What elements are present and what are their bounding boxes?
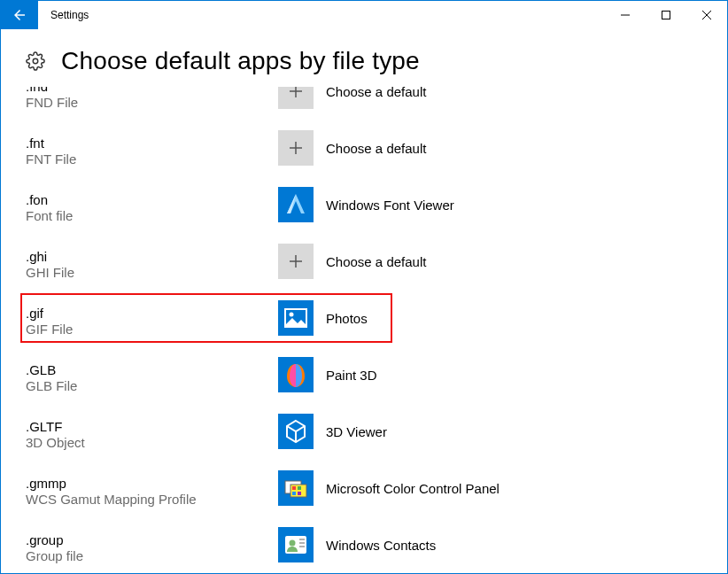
file-type-list[interactable]: .fndFND FileChoose a default.fntFNT File… bbox=[1, 87, 727, 573]
file-extension: .fnd bbox=[26, 87, 278, 94]
file-extension: .gmmp bbox=[26, 476, 278, 491]
photos-icon bbox=[278, 300, 314, 336]
contacts-icon bbox=[278, 527, 314, 562]
file-description: GLB File bbox=[26, 378, 278, 393]
app-icon bbox=[278, 187, 314, 222]
plus-icon bbox=[287, 252, 305, 270]
font-viewer-icon bbox=[278, 187, 314, 222]
app-name: Microsoft Color Control Panel bbox=[326, 481, 500, 496]
default-app-button[interactable]: Windows Contacts bbox=[278, 527, 436, 562]
file-type-row: .groupGroup fileWindows Contacts bbox=[1, 518, 727, 573]
file-description: FNT File bbox=[26, 151, 278, 167]
minimize-button[interactable] bbox=[605, 1, 646, 29]
default-app-button[interactable]: Choose a default bbox=[278, 87, 426, 109]
file-type-info: .gifGIF File bbox=[26, 300, 278, 337]
page-title: Choose default apps by file type bbox=[61, 47, 420, 75]
file-type-info: .gmmpWCS Gamut Mapping Profile bbox=[26, 470, 278, 507]
file-type-info: .GLTF3D Object bbox=[26, 414, 278, 450]
file-description: GHI File bbox=[26, 265, 278, 280]
svg-rect-23 bbox=[298, 492, 301, 495]
app-icon bbox=[278, 300, 314, 336]
default-app-button[interactable]: Photos bbox=[278, 300, 368, 336]
plus-icon bbox=[287, 139, 305, 157]
file-description: GIF File bbox=[26, 322, 278, 337]
app-name: Windows Contacts bbox=[326, 538, 436, 553]
app-icon bbox=[278, 470, 314, 506]
file-type-info: .GLBGLB File bbox=[26, 357, 278, 393]
file-description: WCS Gamut Mapping Profile bbox=[26, 492, 278, 507]
file-type-row: .fntFNT FileChoose a default bbox=[1, 121, 727, 178]
app-icon bbox=[278, 244, 314, 279]
file-type-row: .fonFont fileWindows Font Viewer bbox=[1, 178, 727, 235]
default-app-button[interactable]: Choose a default bbox=[278, 244, 426, 279]
close-icon bbox=[702, 11, 711, 19]
app-name: Choose a default bbox=[326, 141, 426, 156]
window-title: Settings bbox=[38, 1, 605, 29]
close-button[interactable] bbox=[686, 1, 727, 29]
title-bar: Settings bbox=[1, 1, 727, 29]
app-name: Paint 3D bbox=[326, 368, 377, 383]
file-type-info: .fndFND File bbox=[26, 87, 278, 110]
file-description: 3D Object bbox=[26, 435, 278, 450]
gear-icon bbox=[26, 51, 45, 71]
app-icon bbox=[278, 357, 314, 392]
app-icon bbox=[278, 87, 314, 109]
window-controls bbox=[605, 1, 727, 29]
file-type-row: .gifGIF FilePhotos bbox=[1, 291, 727, 348]
default-app-button[interactable]: 3D Viewer bbox=[278, 414, 387, 449]
app-name: Choose a default bbox=[326, 87, 426, 99]
file-extension: .GLTF bbox=[26, 419, 278, 434]
svg-point-4 bbox=[33, 58, 38, 64]
file-type-info: .fntFNT File bbox=[26, 130, 278, 167]
paint-3d-icon bbox=[278, 357, 314, 392]
svg-point-26 bbox=[290, 540, 296, 547]
file-type-row: .gmmpWCS Gamut Mapping ProfileMicrosoft … bbox=[1, 462, 727, 518]
back-button[interactable] bbox=[1, 1, 38, 29]
svg-rect-21 bbox=[298, 486, 301, 490]
app-icon bbox=[278, 414, 314, 449]
app-name: Windows Font Viewer bbox=[326, 198, 454, 213]
svg-rect-20 bbox=[292, 486, 296, 490]
3d-viewer-icon bbox=[278, 414, 314, 449]
file-description: FND File bbox=[26, 95, 278, 110]
app-name: Photos bbox=[326, 311, 368, 326]
file-type-row: .GLBGLB FilePaint 3D bbox=[1, 348, 727, 405]
maximize-icon bbox=[662, 11, 670, 19]
svg-rect-12 bbox=[278, 300, 314, 336]
default-app-button[interactable]: Microsoft Color Control Panel bbox=[278, 470, 500, 506]
app-icon bbox=[278, 527, 314, 562]
app-name: 3D Viewer bbox=[326, 424, 387, 439]
file-type-info: .groupGroup file bbox=[26, 527, 278, 563]
file-extension: .group bbox=[26, 532, 278, 547]
plus-icon bbox=[287, 87, 305, 100]
file-description: Font file bbox=[26, 208, 278, 223]
file-type-row: .fndFND FileChoose a default bbox=[1, 87, 727, 121]
file-extension: .GLB bbox=[26, 362, 278, 377]
file-description: Group file bbox=[26, 548, 278, 563]
file-extension: .fnt bbox=[26, 136, 278, 151]
svg-point-14 bbox=[290, 313, 294, 317]
file-type-info: .fonFont file bbox=[26, 187, 278, 223]
default-app-button[interactable]: Choose a default bbox=[278, 130, 426, 166]
file-extension: .gif bbox=[26, 306, 278, 321]
maximize-button[interactable] bbox=[646, 1, 686, 29]
file-extension: .fon bbox=[26, 192, 278, 207]
file-type-row: .GLTF3D Object3D Viewer bbox=[1, 405, 727, 462]
app-icon bbox=[278, 130, 314, 166]
default-app-button[interactable]: Windows Font Viewer bbox=[278, 187, 454, 222]
file-type-info: .ghiGHI File bbox=[26, 244, 278, 280]
back-arrow-icon bbox=[12, 7, 27, 23]
default-app-button[interactable]: Paint 3D bbox=[278, 357, 377, 392]
color-panel-icon bbox=[278, 470, 314, 506]
page-header: Choose default apps by file type bbox=[1, 29, 727, 93]
svg-rect-22 bbox=[292, 492, 296, 495]
svg-rect-1 bbox=[662, 12, 670, 19]
file-extension: .ghi bbox=[26, 249, 278, 264]
file-type-row: .ghiGHI FileChoose a default bbox=[1, 235, 727, 291]
app-name: Choose a default bbox=[326, 254, 426, 269]
svg-rect-9 bbox=[278, 187, 314, 222]
minimize-icon bbox=[621, 11, 630, 19]
